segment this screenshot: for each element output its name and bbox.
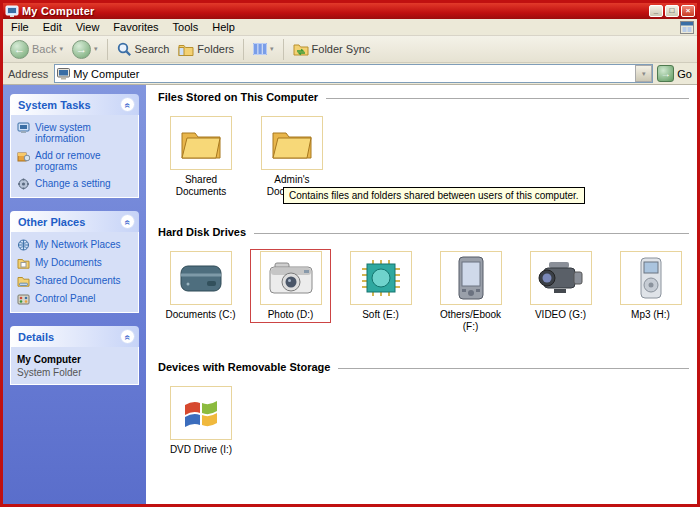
tooltip: Contains files and folders shared betwee… xyxy=(283,187,585,204)
menu-file[interactable]: File xyxy=(4,20,36,34)
item-label: Photo (D:) xyxy=(268,309,314,321)
views-icon xyxy=(253,43,267,55)
maximize-button[interactable]: □ xyxy=(665,5,679,17)
forward-dropdown-icon[interactable]: ▾ xyxy=(94,45,98,53)
place-shared-documents[interactable]: Shared Documents xyxy=(17,275,133,287)
details-header[interactable]: Details « xyxy=(10,326,139,347)
my-computer-window: My Computer _ □ × File Edit View Favorit… xyxy=(0,0,700,507)
network-places-icon xyxy=(17,239,30,251)
views-dropdown-icon[interactable]: ▾ xyxy=(270,45,274,53)
collapse-chevron-icon[interactable]: « xyxy=(120,329,135,344)
section-removable-storage: Devices with Removable Storage DVD Drive… xyxy=(158,361,689,456)
toolbar-separator xyxy=(107,39,108,60)
item-label: Shared Documents xyxy=(162,174,240,198)
place-my-documents[interactable]: My Documents xyxy=(17,257,133,269)
camera-icon xyxy=(260,251,322,305)
toolbar-separator xyxy=(283,39,284,60)
other-places-panel: Other Places « My Network Places xyxy=(10,211,139,313)
folder-icon xyxy=(261,116,323,170)
window-controls: _ □ × xyxy=(649,5,695,17)
item-label: Mp3 (H:) xyxy=(631,309,670,321)
drive-item-soft-e[interactable]: Soft (E:) xyxy=(342,251,419,321)
item-label: Soft (E:) xyxy=(362,309,399,321)
task-change-a-setting[interactable]: Change a setting xyxy=(17,178,133,190)
address-dropdown-button[interactable]: ▾ xyxy=(635,65,652,82)
section-title: Devices with Removable Storage xyxy=(158,361,689,373)
drive-item-photo-d[interactable]: Photo (D:) xyxy=(252,251,329,321)
forward-button[interactable]: → ▾ xyxy=(69,39,101,60)
sidebar: System Tasks « View system information xyxy=(3,85,146,504)
back-dropdown-icon[interactable]: ▾ xyxy=(59,45,63,53)
my-documents-icon xyxy=(17,257,30,269)
content-area: Files Stored on This Computer Shared Doc… xyxy=(146,85,697,504)
place-my-network-places[interactable]: My Network Places xyxy=(17,239,133,251)
my-computer-small-icon xyxy=(57,68,70,80)
collapse-chevron-icon[interactable]: « xyxy=(120,97,135,112)
shared-documents-icon xyxy=(17,275,30,287)
system-tasks-panel: System Tasks « View system information xyxy=(10,94,139,198)
folder-sync-button[interactable]: Folder Sync xyxy=(290,41,374,57)
address-input[interactable]: My Computer ▾ xyxy=(54,64,653,83)
other-places-header[interactable]: Other Places « xyxy=(10,211,139,232)
window-title: My Computer xyxy=(22,5,649,17)
back-label: Back xyxy=(32,43,56,55)
add-remove-programs-icon xyxy=(17,150,30,162)
drive-item-mp3-h[interactable]: Mp3 (H:) xyxy=(612,251,689,321)
other-places-title: Other Places xyxy=(18,216,85,228)
task-add-remove-programs[interactable]: Add or remove programs xyxy=(17,150,133,172)
address-label: Address xyxy=(6,68,50,80)
system-tasks-title: System Tasks xyxy=(18,99,91,111)
go-button[interactable]: → Go xyxy=(657,65,694,82)
forward-icon: → xyxy=(72,40,91,59)
menu-tools[interactable]: Tools xyxy=(166,20,206,34)
go-label: Go xyxy=(677,68,692,80)
folders-button[interactable]: Folders xyxy=(175,42,237,57)
system-tasks-body: View system information Add or remove pr… xyxy=(10,115,139,198)
section-files-stored: Files Stored on This Computer Shared Doc… xyxy=(158,91,689,198)
close-button[interactable]: × xyxy=(681,5,695,17)
file-item-admins-documents[interactable]: Admin's Documents xyxy=(253,116,331,198)
toolbar-separator xyxy=(243,39,244,60)
section-hard-disk-drives: Hard Disk Drives Documents (C:) Photo (D… xyxy=(158,226,689,333)
drive-item-video-g[interactable]: VIDEO (G:) xyxy=(522,251,599,321)
memory-chip-icon xyxy=(350,251,412,305)
details-panel: Details « My Computer System Folder xyxy=(10,326,139,385)
details-item-type: System Folder xyxy=(17,367,133,378)
other-places-body: My Network Places My Documents Shared Do… xyxy=(10,232,139,313)
chevron-down-icon: ▾ xyxy=(642,70,646,78)
title-bar[interactable]: My Computer _ □ × xyxy=(3,3,697,19)
menu-favorites[interactable]: Favorites xyxy=(106,20,165,34)
drive-item-others-ebook-f[interactable]: Others/Ebook (F:) xyxy=(432,251,509,333)
back-icon: ← xyxy=(10,40,29,59)
folders-label: Folders xyxy=(197,43,234,55)
hdd-wallet-icon xyxy=(170,251,232,305)
item-row: DVD Drive (I:) xyxy=(158,386,689,456)
control-panel-icon xyxy=(17,293,30,305)
task-view-system-information[interactable]: View system information xyxy=(17,122,133,144)
file-item-shared-documents[interactable]: Shared Documents xyxy=(162,116,240,198)
section-title: Files Stored on This Computer xyxy=(158,91,689,103)
collapse-chevron-icon[interactable]: « xyxy=(120,214,135,229)
drive-item-dvd-i[interactable]: DVD Drive (I:) xyxy=(162,386,240,456)
details-item-name: My Computer xyxy=(17,354,133,365)
pda-icon xyxy=(440,251,502,305)
search-button[interactable]: Search xyxy=(114,41,173,58)
search-icon xyxy=(117,42,132,57)
search-label: Search xyxy=(135,43,170,55)
drive-item-documents-c[interactable]: Documents (C:) xyxy=(162,251,239,321)
menu-help[interactable]: Help xyxy=(205,20,242,34)
toolbar: ← Back ▾ → ▾ Search Folders ▾ xyxy=(3,36,697,63)
views-button[interactable]: ▾ xyxy=(250,42,277,56)
windows-logo-icon xyxy=(680,21,694,34)
system-info-icon xyxy=(17,122,30,134)
menu-edit[interactable]: Edit xyxy=(36,20,69,34)
system-tasks-header[interactable]: System Tasks « xyxy=(10,94,139,115)
folder-sync-label: Folder Sync xyxy=(312,43,371,55)
item-label: DVD Drive (I:) xyxy=(170,444,232,456)
minimize-button[interactable]: _ xyxy=(649,5,663,17)
back-button[interactable]: ← Back ▾ xyxy=(7,39,66,60)
menu-bar: File Edit View Favorites Tools Help xyxy=(3,19,697,36)
menu-view[interactable]: View xyxy=(69,20,107,34)
mp3-player-icon xyxy=(620,251,682,305)
place-control-panel[interactable]: Control Panel xyxy=(17,293,133,305)
